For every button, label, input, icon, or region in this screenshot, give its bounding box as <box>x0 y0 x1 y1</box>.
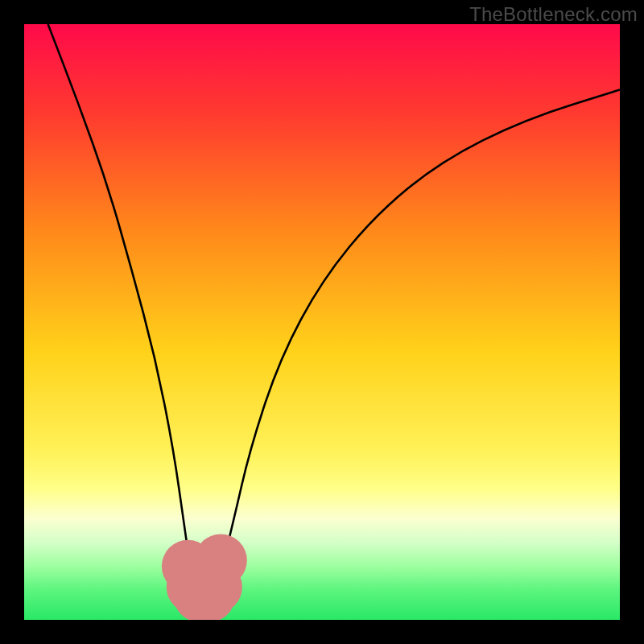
watermark-text: TheBottleneck.com <box>469 3 638 26</box>
chart-frame: TheBottleneck.com <box>0 0 644 644</box>
gradient-bg <box>24 24 620 620</box>
marker-5 <box>195 534 247 586</box>
plot-area <box>24 24 620 620</box>
chart-svg <box>24 24 620 620</box>
